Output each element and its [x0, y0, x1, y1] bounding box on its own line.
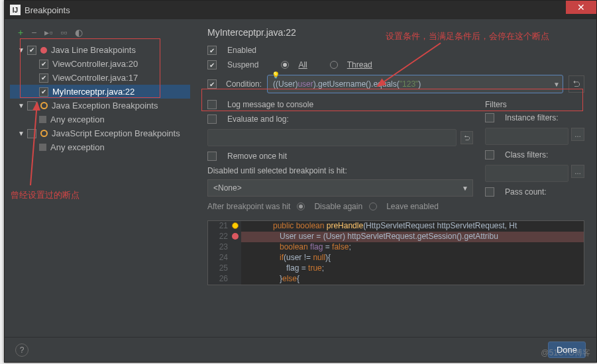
view-icon[interactable]: ▫▫ — [60, 27, 67, 38]
gutter: 21 — [208, 221, 241, 232]
condition-input[interactable]: 💡 ((User) user).getUsername().equals("12… — [267, 75, 563, 93]
category-java-exception[interactable]: ▼ Java Exception Breakpoints — [10, 99, 190, 113]
gutter: 23 — [208, 242, 241, 253]
evaluate-log-label: Evaluate and log: — [227, 114, 289, 124]
radio-thread-label: Thread — [347, 60, 372, 69]
checkbox[interactable] — [39, 87, 48, 97]
exception-icon — [40, 130, 48, 137]
instance-filters-checkbox[interactable] — [485, 113, 494, 122]
remove-icon[interactable]: − — [31, 27, 36, 38]
evaluate-log-input[interactable] — [207, 129, 457, 146]
app-icon: IJ — [10, 5, 21, 15]
browse-button[interactable]: … — [571, 128, 584, 141]
condition-label: Condition: — [226, 79, 262, 89]
class-filters-input[interactable] — [485, 165, 569, 182]
category-js-exception[interactable]: ▼ JavaScript Exception Breakpoints — [10, 126, 190, 140]
pass-count-label: Pass count: — [505, 187, 547, 197]
radio-disable-again[interactable] — [297, 203, 305, 210]
checkbox[interactable] — [27, 129, 36, 138]
gutter: 26 — [208, 274, 241, 285]
class-filters-checkbox[interactable] — [485, 150, 494, 159]
breakpoint-item[interactable]: Any exception — [10, 113, 190, 126]
condition-row: Condition: 💡 ((User) user).getUsername()… — [207, 75, 584, 93]
enabled-label: Enabled — [227, 46, 256, 55]
titlebar: IJ Breakpoints ✕ — [5, 1, 596, 19]
checkbox[interactable] — [39, 144, 46, 151]
instance-filters-input[interactable] — [485, 128, 569, 145]
breakpoint-item[interactable]: ViewController.java:20 — [10, 57, 190, 71]
condition-checkbox[interactable] — [207, 79, 217, 89]
help-button[interactable]: ? — [15, 343, 28, 357]
radio-leave-enabled[interactable] — [369, 203, 377, 210]
disabled-until-select[interactable]: <None> ▼ — [207, 179, 473, 197]
instance-filters-label: Instance filters: — [505, 113, 559, 122]
code-preview[interactable]: 21 public boolean preHandle(HttpServletR… — [207, 220, 584, 285]
dropdown-icon[interactable]: ▼ — [553, 81, 560, 88]
bulb-icon: 💡 — [272, 71, 280, 79]
tree-label: Any exception — [50, 114, 105, 124]
remove-once-checkbox[interactable] — [207, 152, 217, 161]
history-button[interactable]: ⮌ — [569, 75, 584, 93]
close-button[interactable]: ✕ — [566, 1, 596, 14]
tree-label: ViewController.java:20 — [52, 59, 138, 69]
window-title: Breakpoints — [25, 5, 70, 15]
log-message-label: Log message to console — [227, 100, 313, 109]
gutter-breakpoint-icon[interactable] — [232, 233, 239, 240]
tree-label: Java Line Breakpoints — [51, 45, 136, 55]
tree-label: MyInterceptpr.java:22 — [52, 87, 135, 97]
sidebar: + − ▸▫ ▫▫ ◐ ▼ Java Line Breakpoints View… — [5, 19, 195, 337]
gutter: 22 — [208, 232, 241, 242]
breakpoint-detail: MyInterceptpr.java:22 Enabled Suspend Al… — [195, 19, 596, 337]
add-icon[interactable]: + — [18, 27, 23, 38]
dialog-footer: ? Done — [5, 337, 596, 362]
category-line-breakpoints[interactable]: ▼ Java Line Breakpoints — [10, 43, 190, 57]
checkbox[interactable] — [39, 73, 48, 83]
gutter: 25 — [208, 263, 241, 274]
checkbox[interactable] — [27, 46, 36, 55]
after-hit-label: After breakpoint was hit — [207, 202, 290, 211]
page-title: MyInterceptpr.java:22 — [207, 27, 584, 38]
exception-icon — [40, 102, 48, 109]
group-icon[interactable]: ▸▫ — [44, 27, 52, 38]
expand-icon[interactable]: ▼ — [18, 130, 26, 137]
evaluate-log-checkbox[interactable] — [207, 114, 217, 124]
pass-count-checkbox[interactable] — [485, 187, 494, 197]
enabled-checkbox[interactable] — [207, 46, 217, 55]
history-button[interactable]: ⮌ — [461, 131, 473, 144]
radio-all[interactable] — [281, 61, 289, 69]
radio-leave-enabled-label: Leave enabled — [386, 202, 439, 211]
tree-label: JavaScript Exception Breakpoints — [52, 128, 180, 138]
refresh-icon[interactable]: ◐ — [75, 27, 83, 38]
remove-once-label: Remove once hit — [227, 152, 287, 161]
dropdown-icon: ▼ — [462, 185, 468, 192]
checkbox[interactable] — [39, 116, 46, 123]
expand-icon[interactable]: ▼ — [18, 102, 26, 109]
enabled-row: Enabled — [207, 46, 584, 55]
tree-label: ViewController.java:17 — [52, 73, 138, 83]
breakpoint-item[interactable]: Any exception — [10, 140, 190, 154]
tree-label: Any exception — [50, 142, 105, 152]
filters-heading: Filters — [485, 100, 584, 109]
watermark: @51CTO博客 — [541, 347, 590, 359]
browse-button[interactable]: … — [571, 165, 584, 178]
sidebar-toolbar: + − ▸▫ ▫▫ ◐ — [10, 27, 190, 38]
breakpoint-item[interactable]: ViewController.java:17 — [10, 71, 190, 85]
suspend-checkbox[interactable] — [207, 60, 217, 69]
checkbox[interactable] — [39, 60, 48, 69]
expand-icon[interactable]: ▼ — [18, 46, 26, 54]
radio-all-label: All — [298, 60, 307, 69]
breakpoint-item-selected[interactable]: MyInterceptpr.java:22 — [10, 85, 190, 99]
breakpoint-tree: ▼ Java Line Breakpoints ViewController.j… — [10, 43, 190, 154]
content-area: + − ▸▫ ▫▫ ◐ ▼ Java Line Breakpoints View… — [5, 19, 596, 337]
log-message-checkbox[interactable] — [207, 100, 217, 109]
suspend-label: Suspend — [227, 60, 258, 69]
radio-disable-again-label: Disable again — [314, 202, 362, 211]
tree-label: Java Exception Breakpoints — [52, 101, 158, 111]
radio-thread[interactable] — [330, 61, 338, 69]
gutter: 24 — [208, 253, 241, 263]
gutter-bulb-icon — [232, 222, 239, 229]
class-filters-label: Class filters: — [505, 150, 548, 159]
breakpoint-icon — [40, 47, 47, 54]
dialog-window: IJ Breakpoints ✕ + − ▸▫ ▫▫ ◐ ▼ Java Line… — [4, 0, 597, 363]
checkbox[interactable] — [27, 101, 36, 111]
